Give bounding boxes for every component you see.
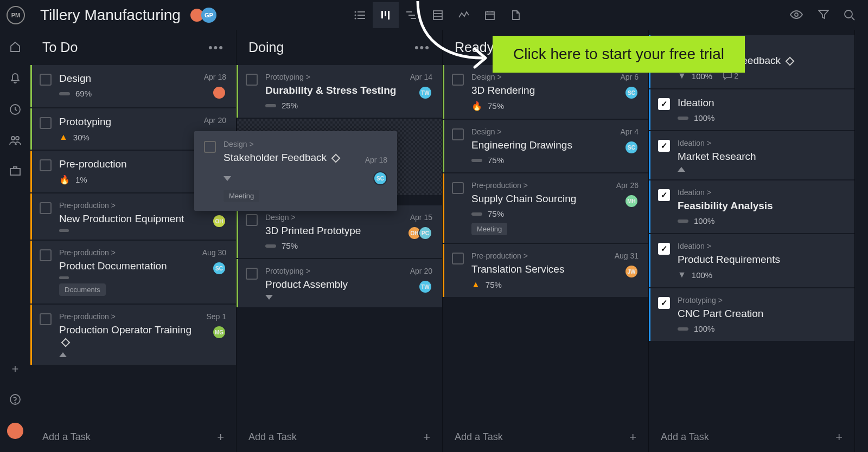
- assignee-avatar[interactable]: TW: [418, 280, 432, 294]
- task-checkbox[interactable]: [452, 182, 464, 194]
- board-view-button[interactable]: [373, 2, 399, 28]
- card-meta: 75%: [471, 156, 616, 165]
- kanban-column: Ideation > Stakeholder Feedback ▼100% 2 …: [649, 30, 855, 452]
- dash-icon: [59, 229, 69, 232]
- task-checkbox[interactable]: [246, 214, 258, 226]
- briefcase-icon[interactable]: [9, 165, 21, 176]
- card-meta: 69%: [59, 89, 200, 98]
- task-checkbox[interactable]: [452, 128, 464, 140]
- member-avatar[interactable]: GP: [201, 8, 216, 23]
- task-checkbox[interactable]: [658, 98, 670, 110]
- project-title: Tillery Manufacturing: [40, 7, 181, 24]
- task-checkbox[interactable]: [40, 202, 52, 214]
- assignee-avatar[interactable]: MH: [624, 194, 639, 208]
- team-icon[interactable]: [9, 135, 22, 146]
- task-card[interactable]: Ideation > Product Requirements ▼100%: [649, 234, 854, 287]
- task-checkbox[interactable]: [40, 159, 52, 171]
- task-checkbox[interactable]: [658, 243, 670, 255]
- assignee-avatar[interactable]: TW: [418, 86, 432, 100]
- task-checkbox[interactable]: [452, 253, 464, 264]
- card-title: Product Assembly: [265, 279, 406, 290]
- project-members[interactable]: GP: [193, 8, 216, 23]
- task-checkbox[interactable]: [40, 313, 52, 325]
- home-icon[interactable]: [9, 41, 21, 53]
- task-card[interactable]: Design 69% Apr 18: [30, 65, 236, 107]
- assignee-avatar[interactable]: SC: [624, 140, 639, 154]
- assignee-avatar[interactable]: JW: [624, 264, 639, 279]
- add-task-button[interactable]: Add a Task+: [30, 422, 236, 452]
- list-view-button[interactable]: [347, 2, 373, 28]
- help-icon[interactable]: [9, 393, 21, 405]
- card-title: Supply Chain Sourcing: [471, 193, 612, 205]
- card-meta: ▲75%: [471, 280, 610, 289]
- app-logo[interactable]: PM: [7, 6, 25, 24]
- task-card[interactable]: Prototyping > Product Assembly Apr 20TW: [237, 259, 442, 307]
- task-checkbox[interactable]: [658, 297, 670, 309]
- task-checkbox[interactable]: [246, 268, 258, 280]
- search-icon[interactable]: [844, 10, 855, 21]
- column-header: Doing •••: [237, 30, 442, 65]
- task-card[interactable]: Prototyping > CNC Part Creation 100%: [649, 288, 854, 341]
- task-checkbox[interactable]: [246, 74, 258, 86]
- assignee-avatar[interactable]: SC: [624, 86, 639, 100]
- add-icon[interactable]: +: [12, 362, 19, 376]
- user-avatar[interactable]: [7, 423, 23, 439]
- chevron-up-icon: [678, 167, 685, 172]
- task-checkbox[interactable]: [40, 117, 52, 129]
- plus-icon: +: [217, 430, 224, 444]
- assignee-avatar[interactable]: SC: [373, 171, 387, 185]
- task-checkbox[interactable]: [40, 249, 52, 261]
- cta-arrow: [412, 1, 499, 77]
- card-date: Apr 15: [410, 213, 432, 222]
- add-task-button[interactable]: Add a Task+: [443, 422, 648, 452]
- svg-point-0: [354, 11, 356, 12]
- assignee-row: [215, 86, 226, 100]
- task-card[interactable]: Design > 3D Printed Prototype 75% Apr 15…: [237, 205, 442, 258]
- dragging-card[interactable]: Design > Stakeholder Feedback Apr 18 SC …: [194, 131, 397, 211]
- card-breadcrumb: Design >: [265, 213, 406, 222]
- progress-bar-icon: [471, 159, 482, 162]
- task-card[interactable]: Design > Engineering Drawings 75% Apr 4S…: [443, 120, 648, 172]
- card-title: 3D Printed Prototype: [265, 225, 406, 237]
- assignee-row: TW: [422, 86, 432, 100]
- task-checkbox[interactable]: [204, 141, 216, 153]
- task-checkbox[interactable]: [40, 74, 52, 86]
- card-date: Apr 20: [204, 116, 226, 125]
- assignee-avatar[interactable]: [212, 86, 226, 100]
- task-checkbox[interactable]: [658, 189, 670, 201]
- files-view-button[interactable]: [503, 2, 529, 28]
- card-breadcrumb: Prototyping >: [678, 296, 840, 305]
- task-card[interactable]: Pre-production > Production Operator Tra…: [30, 305, 236, 365]
- assignee-avatar[interactable]: SC: [212, 261, 226, 275]
- priority-icon: [224, 176, 231, 181]
- task-card[interactable]: Prototyping > Durability & Stress Testin…: [237, 65, 442, 118]
- assignee-row: MG: [215, 325, 226, 339]
- assignee-row: OHPC: [411, 226, 432, 240]
- assignee-avatar[interactable]: MG: [212, 325, 226, 339]
- kanban-board: To Do ••• Design 69% Apr 18 Prototyping …: [30, 30, 868, 452]
- filter-icon[interactable]: [818, 10, 829, 21]
- eye-icon[interactable]: [790, 10, 803, 21]
- svg-point-4: [354, 17, 356, 19]
- task-card[interactable]: Pre-production > Supply Chain Sourcing 7…: [443, 173, 648, 243]
- column-menu-button[interactable]: •••: [208, 41, 224, 55]
- progress-text: 30%: [73, 133, 90, 142]
- progress-bar-icon: [265, 104, 276, 107]
- task-card[interactable]: Ideation > Market Research: [649, 131, 854, 179]
- add-task-button[interactable]: Add a Task+: [649, 422, 854, 452]
- task-card[interactable]: Ideation 100%: [649, 89, 854, 130]
- add-task-button[interactable]: Add a Task+: [237, 422, 442, 452]
- task-checkbox[interactable]: [658, 140, 670, 152]
- assignee-avatar[interactable]: PC: [418, 226, 432, 240]
- task-card[interactable]: Pre-production > Product Documentation D…: [30, 241, 236, 304]
- bell-icon[interactable]: [10, 72, 21, 84]
- comment-icon[interactable]: 2: [723, 72, 738, 80]
- card-title: New Production Equipment: [59, 213, 200, 225]
- card-tag: Meeting: [471, 223, 507, 235]
- progress-bar-icon: [678, 327, 688, 331]
- task-card[interactable]: Ideation > Feasibility Analysis 100%: [649, 180, 854, 233]
- task-card[interactable]: Pre-production > Translation Services ▲7…: [443, 244, 648, 297]
- cta-banner[interactable]: Click here to start your free trial: [493, 36, 745, 73]
- clock-icon[interactable]: [9, 104, 21, 115]
- assignee-avatar[interactable]: OH: [212, 214, 226, 228]
